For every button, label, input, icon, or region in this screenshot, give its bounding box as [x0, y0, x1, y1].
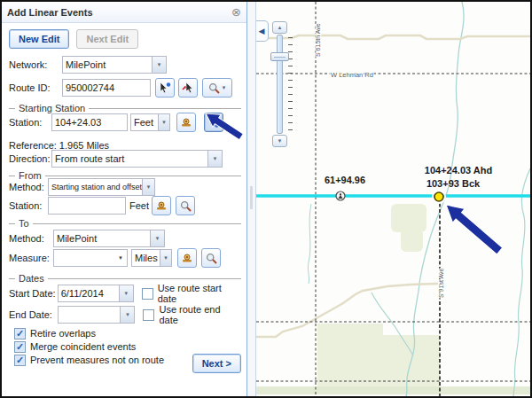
from-search-button[interactable] — [176, 196, 195, 215]
collapse-panel-tab[interactable]: ◀ — [256, 20, 269, 42]
chevron-down-icon[interactable]: ▼ — [119, 285, 133, 301]
station-tool-icon — [180, 116, 192, 129]
measure-search-button[interactable] — [201, 248, 221, 268]
from-station-input[interactable] — [48, 197, 126, 215]
new-edit-button[interactable]: New Edit — [9, 29, 69, 49]
next-edit-button[interactable]: Next Edit — [76, 29, 138, 49]
station-tool-icon — [181, 252, 193, 264]
chevron-down-icon[interactable]: ▼ — [142, 179, 154, 195]
end-date-value — [59, 307, 120, 323]
road-label-w-lehman: W Lehman Rd — [331, 71, 373, 79]
close-icon[interactable]: ⊗ — [231, 6, 241, 18]
chevron-down-icon[interactable]: ▼ — [150, 230, 164, 246]
select-route-on-map-button[interactable] — [155, 78, 175, 98]
from-locate-button[interactable] — [152, 196, 171, 215]
station-label-103-bck: 103+93 Bck — [426, 178, 481, 189]
next-button[interactable]: Next > — [192, 354, 241, 373]
vegetation-area-small — [401, 229, 423, 252]
from-method-row: Method: Starting station and offset ▼ — [9, 177, 241, 197]
search-icon — [180, 200, 192, 212]
panel-splitter[interactable] — [247, 2, 256, 396]
use-route-end-date-label: Use route end date — [159, 304, 241, 325]
end-date-field[interactable]: ▼ — [58, 306, 135, 324]
road-label-s91st: S 91st Ave — [438, 269, 444, 298]
start-date-field[interactable]: 6/11/2014 ▼ — [58, 285, 134, 302]
road-top-minor — [256, 35, 530, 39]
direction-combobox[interactable]: From route start ▼ — [51, 150, 223, 168]
station-label-104-ahd: 104+24.03 Ahd — [425, 165, 492, 176]
clear-route-selection-button[interactable] — [178, 78, 198, 98]
chevron-down-icon[interactable]: ▼ — [118, 255, 123, 261]
start-date-label: Start Date: — [9, 288, 58, 299]
to-method-label: Method: — [9, 233, 53, 244]
application-window: Add Linear Events ⊗ New Edit Next Edit N… — [0, 0, 532, 398]
network-combobox[interactable]: MilePoint ▼ — [62, 56, 167, 74]
route-id-input[interactable] — [62, 79, 151, 97]
locate-station-button[interactable] — [176, 113, 196, 132]
to-method-value: MilePoint — [54, 230, 150, 246]
zoom-slider-track[interactable] — [277, 35, 283, 134]
start-date-value: 6/11/2014 — [59, 285, 119, 301]
station-label-61: 61+94.96 — [325, 175, 365, 185]
chevron-down-icon[interactable]: ▼ — [158, 114, 169, 130]
search-icon — [208, 82, 220, 94]
measure-locate-button[interactable] — [177, 248, 197, 268]
from-method-value: Starting station and offset — [49, 179, 142, 195]
vegetation-area-mid — [391, 204, 426, 232]
map-canvas[interactable]: W Lehman Rd S 615th Ave S 91st Ave 61+94… — [256, 2, 530, 396]
reference-point-marker[interactable] — [336, 191, 345, 200]
end-date-row: End Date: ▼ Use route end date — [9, 305, 241, 324]
chevron-down-icon[interactable]: ▼ — [160, 250, 171, 266]
route-search-split-button[interactable]: ▼ — [202, 78, 232, 98]
slider-down-icon: ▼ — [278, 138, 283, 144]
from-station-row: Station: Feet — [9, 196, 241, 215]
chevron-down-icon[interactable]: ▼ — [152, 57, 166, 73]
slider-up-icon: ▲ — [278, 25, 283, 30]
chevron-down-icon[interactable]: ▼ — [207, 151, 222, 167]
network-value: MilePoint — [63, 57, 152, 73]
select-station-on-map-button[interactable] — [204, 113, 223, 132]
station-input[interactable] — [51, 113, 128, 131]
picked-station-marker[interactable] — [433, 191, 445, 203]
direction-value: From route start — [52, 151, 207, 167]
measure-units-combobox[interactable]: Miles ▼ — [131, 249, 172, 267]
route-id-label: Route ID: — [9, 82, 62, 93]
station-row: Station: Feet ▼ — [9, 113, 241, 132]
panel-header[interactable]: Add Linear Events ⊗ — [2, 2, 246, 23]
edit-buttons-row: New Edit Next Edit — [9, 29, 241, 49]
collapse-left-icon: ◀ — [259, 27, 265, 35]
zoom-slider: ▲ ▼ — [270, 21, 295, 147]
use-route-start-date-checkbox[interactable] — [142, 288, 153, 300]
vegetation-strip-bottom — [256, 386, 530, 394]
zoom-in-button[interactable]: ▲ — [272, 21, 287, 34]
panel-body: New Edit Next Edit Network: MilePoint ▼ … — [2, 24, 246, 396]
section-title: To — [15, 218, 33, 229]
from-method-label: Method: — [9, 182, 48, 192]
zoom-slider-handle[interactable] — [270, 52, 289, 61]
route-id-row: Route ID: — [9, 78, 241, 98]
station-tool-icon — [155, 199, 168, 212]
add-linear-events-panel: Add Linear Events ⊗ New Edit Next Edit N… — [2, 2, 247, 396]
next-button-row: Next > — [9, 354, 241, 373]
search-icon — [206, 253, 217, 264]
from-method-combobox[interactable]: Starting station and offset ▼ — [48, 178, 155, 196]
road-label-s615th: S 615th Ave — [315, 23, 321, 57]
stream-right — [513, 168, 530, 396]
chevron-down-icon[interactable]: ▼ — [120, 307, 134, 323]
splitter-grip[interactable] — [250, 186, 253, 209]
station-units-combobox[interactable]: Feet ▼ — [130, 113, 170, 131]
callout-arrow-map — [440, 198, 505, 258]
to-method-row: Method: MilePoint ▼ — [9, 229, 241, 248]
measure-label: Measure: — [9, 253, 53, 263]
direction-label: Direction: — [9, 153, 51, 164]
to-method-combobox[interactable]: MilePoint ▼ — [53, 230, 165, 247]
panel-title: Add Linear Events — [7, 7, 231, 18]
end-date-label: End Date: — [9, 309, 58, 320]
from-station-units: Feet — [129, 200, 152, 211]
measure-combobox[interactable]: ▼ — [53, 249, 128, 267]
stream-left-small — [308, 204, 311, 284]
use-route-end-date-checkbox[interactable] — [143, 309, 154, 321]
use-route-start-date-label: Use route start date — [158, 283, 241, 304]
zoom-slider-ticks — [287, 37, 293, 133]
zoom-out-button[interactable]: ▼ — [272, 135, 287, 147]
